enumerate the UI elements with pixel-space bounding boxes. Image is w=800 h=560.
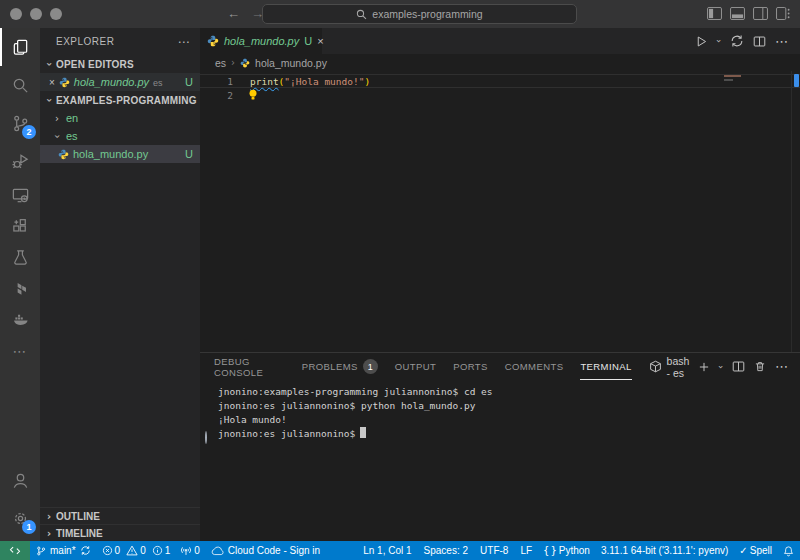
back-icon[interactable]: ← (227, 6, 240, 22)
explorer-more-actions-icon[interactable]: ⋯ (178, 35, 191, 49)
tree-item-file-hola-mundo[interactable]: hola_mundo.py U (40, 145, 200, 163)
minimap-code-mark (724, 79, 733, 81)
terminal-line: jnonino:es juliannonino$ python hola_mun… (205, 399, 800, 413)
close-icon[interactable]: × (317, 35, 323, 47)
terminal-output[interactable]: jnonino:examples-programming juliannonin… (200, 380, 800, 445)
check-icon: ✓ (739, 545, 747, 556)
warning-icon (126, 545, 138, 556)
activity-bar: 2 (0, 28, 40, 541)
run-python-file-button[interactable] (695, 35, 708, 48)
cursor-position-status[interactable]: Ln 1, Col 1 (357, 541, 417, 560)
toggle-sidebar-icon[interactable] (707, 7, 722, 20)
command-success-decoration[interactable] (205, 399, 218, 403)
close-button[interactable] (10, 8, 22, 20)
terminal-icon (649, 360, 662, 373)
search-view-button[interactable] (0, 66, 40, 104)
chevron-right-icon: › (231, 57, 235, 68)
explorer-view-button[interactable] (0, 28, 40, 66)
customize-layout-icon[interactable] (776, 7, 791, 20)
additional-views-button[interactable]: ⋯ (0, 335, 40, 366)
python-file-icon (58, 149, 69, 160)
source-control-view-button[interactable]: 2 (0, 104, 40, 142)
cloud-icon (211, 546, 224, 556)
encoding-status[interactable]: UTF-8 (474, 541, 514, 560)
close-icon[interactable]: × (49, 77, 55, 88)
braces-icon: { } (543, 545, 557, 556)
terminal-line: jnonino:examples-programming juliannonin… (205, 385, 800, 399)
breadcrumb-file[interactable]: hola_mundo.py (255, 57, 327, 69)
tab-git-status: U (304, 35, 312, 47)
toggle-secondary-sidebar-icon[interactable] (753, 7, 768, 20)
cloud-code-status[interactable]: Cloud Code - Sign in (205, 541, 326, 560)
tab-problems[interactable]: PROBLEMS 1 (302, 353, 378, 380)
git-status-untracked: U (185, 148, 200, 160)
terminal-picker[interactable]: bash - es (649, 355, 690, 379)
branch-icon (36, 545, 46, 557)
remote-explorer-view-button[interactable] (0, 180, 40, 211)
tab-ports[interactable]: PORTS (453, 353, 488, 380)
panel-tab-bar: DEBUG CONSOLE PROBLEMS 1 OUTPUT PORTS CO… (200, 353, 800, 380)
minimize-button[interactable] (30, 8, 42, 20)
notifications-button[interactable] (777, 541, 800, 560)
python-interpreter-status[interactable]: 3.11.1 64-bit ('3.11.1': pyenv) (595, 541, 734, 560)
tab-hola-mundo[interactable]: hola_mundo.py U × (200, 28, 322, 54)
kill-terminal-icon[interactable] (754, 360, 766, 373)
timeline-section-header[interactable]: › TIMELINE (40, 524, 200, 541)
tree-item-folder-es[interactable]: › es (40, 127, 200, 145)
new-terminal-icon[interactable] (698, 361, 710, 373)
breadcrumb-folder[interactable]: es (215, 57, 226, 69)
window-title: examples-programming (372, 8, 482, 20)
language-mode-status[interactable]: { } Python (538, 541, 595, 560)
tab-filename: hola_mundo.py (224, 35, 299, 47)
more-actions-icon[interactable]: ⋯ (775, 34, 788, 49)
tab-terminal[interactable]: TERMINAL (580, 353, 631, 380)
git-branch-status[interactable]: main* (30, 541, 97, 560)
spell-checker-status[interactable]: ✓ Spell (734, 541, 777, 560)
run-debug-view-button[interactable] (0, 142, 40, 180)
indentation-status[interactable]: Spaces: 2 (418, 541, 474, 560)
terminal-prompt-line: jnonino:es juliannonino$ (205, 427, 800, 445)
search-icon (11, 76, 30, 95)
docker-view-button[interactable] (0, 304, 40, 335)
split-terminal-icon[interactable] (732, 360, 745, 373)
panel-more-actions-icon[interactable]: ⋯ (775, 359, 788, 374)
code-editor[interactable]: 1 print("¡Hola mundo!") 2 (200, 71, 800, 352)
command-pending-decoration[interactable] (205, 427, 218, 445)
outline-section-header[interactable]: › OUTLINE (40, 507, 200, 524)
split-editor-icon[interactable] (753, 35, 766, 48)
tree-item-folder-en[interactable]: › en (40, 109, 200, 127)
tab-comments[interactable]: COMMENTS (505, 353, 564, 380)
command-center-search[interactable]: examples-programming (262, 4, 577, 24)
terminal-cursor (360, 427, 366, 438)
tab-debug-console[interactable]: DEBUG CONSOLE (214, 353, 285, 380)
accounts-button[interactable] (0, 461, 40, 499)
open-editors-section-header[interactable]: › OPEN EDITORS (40, 55, 200, 73)
terraform-view-button[interactable] (0, 273, 40, 304)
problems-status[interactable]: 0 0 1 (97, 541, 176, 560)
zoom-button[interactable] (50, 8, 62, 20)
settings-button[interactable]: 1 (0, 499, 40, 537)
open-editor-path: es (153, 77, 163, 88)
toggle-panel-icon[interactable] (730, 7, 745, 20)
lightbulb-icon[interactable] (248, 89, 258, 101)
remote-indicator[interactable] (0, 541, 30, 560)
settings-badge: 1 (22, 520, 36, 534)
extensions-view-button[interactable] (0, 211, 40, 242)
open-editor-item[interactable]: × hola_mundo.py es U (40, 73, 200, 91)
restart-icon[interactable] (730, 34, 744, 48)
testing-view-button[interactable] (0, 242, 40, 273)
terminal-profiles-chevron-icon[interactable]: › (716, 365, 726, 369)
forwarded-ports-status[interactable]: 0 (175, 541, 205, 560)
minimap[interactable] (721, 71, 792, 352)
workspace-section-header[interactable]: › EXAMPLES-PROGRAMMING (40, 91, 200, 109)
eol-status[interactable]: LF (514, 541, 538, 560)
chevron-down-icon: › (52, 131, 63, 141)
python-file-icon (59, 77, 70, 88)
title-bar: ← → examples-programming (0, 0, 800, 28)
tab-output[interactable]: OUTPUT (395, 353, 436, 380)
bottom-panel: DEBUG CONSOLE PROBLEMS 1 OUTPUT PORTS CO… (200, 352, 800, 541)
command-success-decoration[interactable] (205, 385, 218, 389)
run-debug-icon (11, 152, 30, 171)
run-options-chevron-icon[interactable]: › (714, 39, 724, 43)
history-nav: ← → (227, 6, 264, 22)
